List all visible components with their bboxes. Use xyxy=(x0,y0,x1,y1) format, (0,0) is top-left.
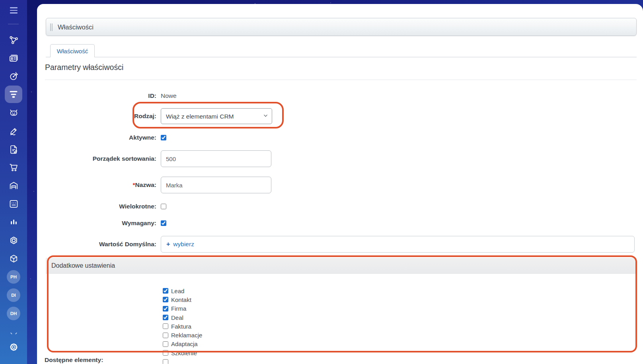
sidebar-item-chatbot[interactable] xyxy=(6,105,21,119)
sidebar-item-crm-marketing[interactable] xyxy=(6,69,21,83)
rodzaj-label: Rodzaj: xyxy=(37,113,156,120)
main-menu-button[interactable] xyxy=(6,5,21,16)
document-edit-icon xyxy=(8,144,19,155)
content-card: Właściwości Właściwość Parametry właściw… xyxy=(37,4,643,364)
checkbox-row: Deal xyxy=(163,313,202,322)
tasks-calendar-icon xyxy=(8,199,19,209)
sidebar-item-workflows[interactable] xyxy=(6,233,21,247)
sidebar-avatar[interactable]: DI xyxy=(7,288,20,302)
tab-label: Właściwość xyxy=(57,48,88,55)
entity-label: Adaptacja xyxy=(171,341,198,347)
sidebar-item-sales-funnel[interactable] xyxy=(6,87,21,101)
wymagany-checkbox[interactable] xyxy=(161,220,166,226)
form-row-wielokrotne: Wielokrotne: xyxy=(37,203,637,210)
entity-checkbox[interactable] xyxy=(163,297,168,302)
title-divider xyxy=(45,80,637,80)
default-value-label: Wartość Domyślna: xyxy=(37,241,156,248)
sort-label: Porządek sortowania: xyxy=(37,155,156,162)
tab-wlasciwosc[interactable]: Właściwość xyxy=(50,44,95,57)
aktywne-label: Aktywne: xyxy=(37,134,156,141)
entity-checkbox[interactable] xyxy=(163,341,168,347)
form-row-wymagany: Wymagany: xyxy=(37,220,637,227)
rodzaj-select[interactable]: Wiąż z elementami CRM xyxy=(161,108,272,124)
checkbox-row: Szkolenie xyxy=(163,348,202,357)
sidebar-item-market[interactable] xyxy=(6,251,21,266)
sidebar-item-e-sign[interactable] xyxy=(6,124,21,138)
section-title: Dodatkowe ustawienia xyxy=(51,262,115,269)
avatar-initials: DI xyxy=(11,293,16,298)
form-row-id: ID: Nowe xyxy=(37,92,637,100)
id-value: Nowe xyxy=(161,92,177,99)
section-header-dodatkowe: Dodatkowe ustawienia xyxy=(46,258,637,274)
ai-network-icon xyxy=(8,35,19,45)
hamburger-menu-icon xyxy=(10,7,18,8)
sidebar-item-tasks[interactable] xyxy=(6,197,21,211)
available-elements-label: Dostępne elementy: xyxy=(45,356,103,364)
sort-input[interactable] xyxy=(161,150,271,167)
entity-checkbox[interactable] xyxy=(163,288,168,294)
sidebar-avatar[interactable]: PH xyxy=(7,270,20,284)
checkbox-row: Lead xyxy=(163,286,202,295)
wielokrotne-checkbox[interactable] xyxy=(161,204,166,209)
entity-checkbox[interactable] xyxy=(163,306,168,311)
page-header-bar[interactable]: Właściwości xyxy=(46,18,637,36)
checkbox-row: Firma xyxy=(163,304,202,313)
entity-label: Deal xyxy=(171,314,183,321)
entity-checkbox[interactable] xyxy=(163,323,168,329)
robot-icon xyxy=(8,107,19,118)
entity-label: Kontakt xyxy=(171,296,191,303)
default-value-box: + wybierz xyxy=(161,236,635,253)
entity-label: Reklamacje xyxy=(171,332,202,339)
sidebar-item-ai-network[interactable] xyxy=(6,33,21,47)
hex-ring-icon xyxy=(8,235,19,246)
sidebar-item-warehouse[interactable] xyxy=(6,178,21,193)
entity-label: Szkolenie xyxy=(171,350,197,356)
nazwa-label: *Nazwa: xyxy=(37,181,156,189)
entity-checkbox[interactable] xyxy=(163,350,168,356)
form-row-nazwa: *Nazwa: xyxy=(37,177,637,193)
entity-label: Firma xyxy=(171,305,186,312)
signature-pen-icon xyxy=(8,126,19,136)
wymagany-label: Wymagany: xyxy=(37,220,156,227)
crm-entity-checkbox-list: Lead Kontakt Firma Deal Faktura xyxy=(163,286,202,364)
target-arrow-icon xyxy=(8,71,19,82)
checkbox-row: Faktura xyxy=(163,322,202,331)
contact-card-icon xyxy=(8,53,19,64)
checkbox-row xyxy=(163,357,202,364)
avatar-initials: DH xyxy=(10,311,17,316)
checkbox-row: Adaptacja xyxy=(163,340,202,348)
wielokrotne-label: Wielokrotne: xyxy=(37,203,156,210)
entity-checkbox[interactable] xyxy=(163,333,168,338)
id-label: ID: xyxy=(37,92,156,99)
sidebar-item-reports[interactable] xyxy=(6,215,21,229)
sidebar-avatar[interactable]: DH xyxy=(7,307,20,320)
package-cube-icon xyxy=(8,253,19,264)
sidebar-more-button[interactable] xyxy=(6,326,21,341)
form-row-default-value: Wartość Domyślna: + wybierz xyxy=(37,236,637,253)
entity-checkbox[interactable] xyxy=(163,359,168,364)
choose-value-link[interactable]: + wybierz xyxy=(166,241,194,248)
form-row-aktywne: Aktywne: xyxy=(37,134,637,141)
checkbox-row: Kontakt xyxy=(163,295,202,304)
tabbar-divider xyxy=(46,57,637,57)
sidebar-item-contacts[interactable] xyxy=(6,51,21,65)
entity-checkbox[interactable] xyxy=(163,315,168,320)
aktywne-checkbox[interactable] xyxy=(161,135,166,140)
form-row-sort: Porządek sortowania: xyxy=(37,150,637,167)
more-chevrons-icon xyxy=(8,328,19,339)
settings-gear-icon xyxy=(8,342,19,352)
nazwa-input[interactable] xyxy=(161,177,271,193)
left-sidebar: PH DI DH xyxy=(0,0,27,364)
sidebar-item-documents[interactable] xyxy=(6,142,21,156)
shopping-cart-icon xyxy=(8,162,19,173)
bar-chart-icon xyxy=(8,217,19,228)
page-title: Parametry właściwości xyxy=(45,63,123,72)
entity-label: Faktura xyxy=(171,323,191,330)
avatar-initials: PH xyxy=(10,274,17,279)
sidebar-item-shop[interactable] xyxy=(6,160,21,174)
sidebar-settings-button[interactable] xyxy=(6,340,21,354)
page-header-title: Właściwości xyxy=(58,23,94,31)
plus-icon: + xyxy=(166,241,170,248)
drag-handle-icon xyxy=(50,23,53,31)
checkbox-row: Reklamacje xyxy=(163,331,202,339)
